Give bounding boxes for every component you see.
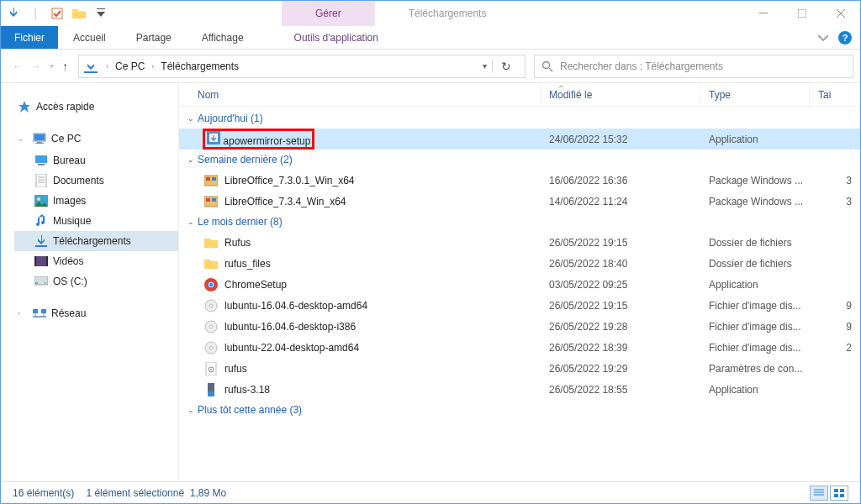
svg-point-5: [543, 61, 550, 68]
nav-label: Accès rapide: [36, 101, 94, 113]
cell-name: Rufus: [179, 236, 541, 249]
group-header[interactable]: ⌄Aujourd'hui (1): [179, 108, 860, 129]
svg-point-18: [37, 197, 40, 201]
nav-label: Bureau: [53, 155, 86, 166]
file-row[interactable]: apowermirror-setup24/06/2022 15:32Applic…: [179, 129, 860, 150]
nav-item-t-l-chargements[interactable]: Téléchargements: [14, 231, 178, 251]
file-row[interactable]: LibreOffice_7.3.0.1_Win_x6416/06/2022 16…: [179, 170, 860, 191]
tab-home[interactable]: Accueil: [58, 26, 121, 49]
cell-type: Fichier d'image dis...: [700, 342, 818, 354]
nav-item-documents[interactable]: Documents: [14, 171, 178, 191]
file-row[interactable]: rufus_files26/05/2022 18:40Dossier de fi…: [179, 253, 860, 274]
group-header[interactable]: ⌄Semaine dernière (2): [179, 150, 860, 170]
help-icon[interactable]: ?: [838, 31, 852, 45]
file-row[interactable]: lubuntu-22.04-desktop-amd6426/05/2022 18…: [179, 337, 860, 358]
file-row[interactable]: LibreOffice_7.3.4_Win_x6414/06/2022 11:2…: [179, 191, 860, 212]
minimize-button[interactable]: [744, 1, 783, 26]
breadcrumb-sep-icon[interactable]: ›: [146, 62, 159, 71]
nav-quick-access[interactable]: Accès rapide: [14, 97, 178, 117]
file-row[interactable]: Rufus26/05/2022 19:15Dossier de fichiers: [179, 232, 860, 253]
file-icon: [204, 278, 218, 291]
breadcrumb-sep-icon[interactable]: ›: [101, 62, 114, 71]
window-controls: [744, 1, 860, 26]
back-button[interactable]: ←: [13, 60, 23, 72]
expand-icon[interactable]: ›: [18, 309, 28, 318]
file-row[interactable]: lubuntu-16.04.6-desktop-i38626/05/2022 1…: [179, 316, 860, 337]
svg-rect-35: [212, 177, 216, 181]
svg-rect-19: [35, 245, 47, 247]
cell-name: lubuntu-22.04-desktop-amd64: [179, 341, 541, 354]
group-header[interactable]: ⌄Le mois dernier (8): [179, 212, 860, 232]
svg-rect-8: [34, 134, 45, 140]
svg-rect-22: [46, 256, 48, 266]
nav-item-os-c-[interactable]: OS (C:): [14, 271, 178, 291]
tab-view[interactable]: Affichage: [187, 26, 259, 49]
cell-modified: 14/06/2022 11:24: [541, 196, 700, 207]
nav-item-images[interactable]: Images: [14, 191, 178, 211]
svg-rect-53: [208, 391, 214, 396]
cell-name: lubuntu-16.04.6-desktop-i386: [179, 320, 541, 333]
address-dropdown-icon[interactable]: ▾: [478, 61, 492, 71]
close-button[interactable]: [821, 1, 860, 26]
file-row[interactable]: lubuntu-16.04.6-desktop-amd6426/05/2022 …: [179, 295, 860, 316]
file-name: lubuntu-16.04.6-desktop-amd64: [224, 300, 367, 312]
svg-rect-59: [834, 494, 838, 497]
cell-type: Fichier d'image dis...: [700, 321, 818, 333]
svg-rect-12: [38, 164, 45, 165]
breadcrumb-thispc[interactable]: Ce PC: [114, 60, 146, 72]
file-row[interactable]: rufus-3.1826/05/2022 18:55Application: [179, 379, 860, 400]
address-bar[interactable]: › Ce PC › Téléchargements ▾ ↻: [78, 55, 526, 78]
nav-this-pc[interactable]: ⌄ Ce PC: [14, 129, 178, 149]
file-row[interactable]: rufus26/05/2022 19:29Paramètres de con..…: [179, 358, 860, 379]
chevron-down-icon: ⌄: [188, 155, 194, 164]
nav-label: Vidéos: [53, 255, 83, 267]
forward-button[interactable]: →: [31, 60, 41, 72]
search-input[interactable]: Rechercher dans : Téléchargements: [534, 55, 853, 78]
nav-item-vid-os[interactable]: Vidéos: [14, 251, 178, 271]
group-header[interactable]: ⌄Plus tôt cette année (3): [179, 400, 860, 420]
chevron-down-icon: ⌄: [188, 218, 194, 226]
history-dropdown-icon[interactable]: ▾: [50, 61, 54, 71]
file-icon: [204, 362, 218, 375]
maximize-button[interactable]: [783, 1, 821, 26]
cell-name: LibreOffice_7.3.4_Win_x64: [179, 195, 541, 208]
status-selection: 1 élément sélectionné 1,89 Mo: [86, 487, 226, 499]
refresh-button[interactable]: ↻: [492, 60, 520, 73]
nav-item-musique[interactable]: Musique: [14, 211, 178, 231]
details-view-button[interactable]: [810, 486, 828, 501]
group-label: Aujourd'hui (1): [198, 113, 263, 124]
svg-rect-37: [206, 198, 210, 202]
cell-type: Paramètres de con...: [700, 363, 818, 375]
col-header-modified[interactable]: Modifié le: [541, 83, 700, 106]
up-button[interactable]: ↑: [62, 60, 68, 73]
cell-name: rufus_files: [179, 257, 541, 270]
col-header-size[interactable]: Tai: [810, 83, 860, 106]
status-item-count: 16 élément(s): [13, 487, 74, 499]
tab-share[interactable]: Partage: [121, 26, 187, 49]
nav-item-bureau[interactable]: Bureau: [14, 150, 178, 171]
qat-dropdown-icon[interactable]: [92, 4, 110, 23]
nav-network[interactable]: › Réseau: [14, 303, 178, 323]
properties-check-icon[interactable]: [48, 4, 66, 23]
expand-icon[interactable]: ⌄: [18, 134, 28, 143]
breadcrumb-downloads[interactable]: Téléchargements: [159, 60, 240, 72]
cell-size: 3: [818, 196, 860, 207]
address-row: ← → ▾ ↑ › Ce PC › Téléchargements ▾ ↻ Re…: [1, 50, 860, 83]
file-icon: [204, 299, 218, 312]
col-header-type[interactable]: Type: [700, 83, 810, 106]
folder-icon[interactable]: [70, 4, 88, 23]
cell-type: Application: [700, 279, 818, 291]
nav-icon: [34, 275, 48, 288]
cell-modified: 26/05/2022 19:28: [541, 321, 700, 333]
expand-ribbon-icon[interactable]: [818, 33, 828, 43]
download-arrow-icon[interactable]: [4, 4, 23, 23]
tab-app-tools[interactable]: Outils d'application: [279, 26, 394, 49]
file-row[interactable]: ChromeSetup03/05/2022 09:25Application: [179, 274, 860, 295]
file-tab[interactable]: Fichier: [1, 26, 58, 49]
col-header-name[interactable]: Nom: [179, 83, 541, 106]
context-tab-manage[interactable]: Gérer: [282, 1, 375, 26]
file-name: lubuntu-16.04.6-desktop-i386: [224, 321, 356, 333]
cell-name: LibreOffice_7.3.0.1_Win_x64: [179, 174, 541, 187]
svg-rect-38: [212, 198, 216, 202]
thumbnails-view-button[interactable]: [830, 486, 848, 501]
